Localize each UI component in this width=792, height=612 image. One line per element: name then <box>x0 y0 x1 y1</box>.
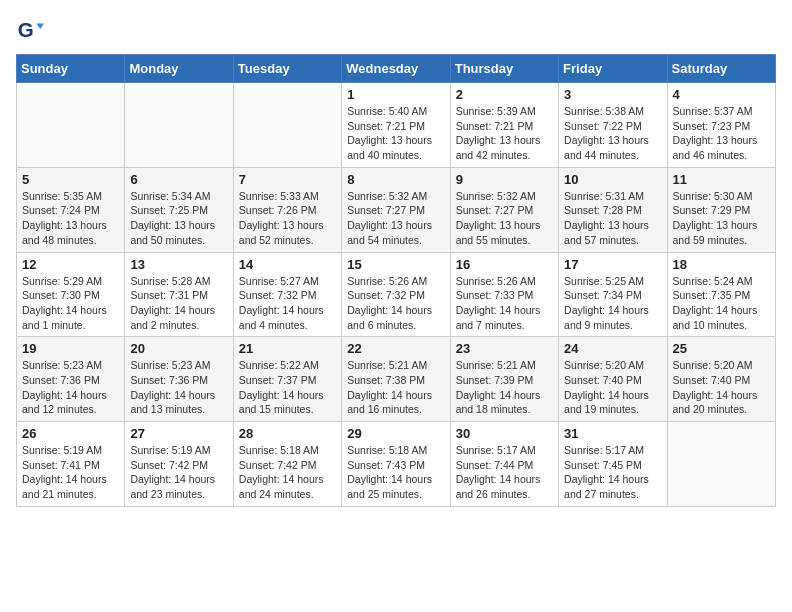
calendar-cell: 25Sunrise: 5:20 AMSunset: 7:40 PMDayligh… <box>667 337 775 422</box>
calendar-cell: 1Sunrise: 5:40 AMSunset: 7:21 PMDaylight… <box>342 83 450 168</box>
calendar-cell: 2Sunrise: 5:39 AMSunset: 7:21 PMDaylight… <box>450 83 558 168</box>
day-number: 23 <box>456 341 553 356</box>
calendar-cell: 21Sunrise: 5:22 AMSunset: 7:37 PMDayligh… <box>233 337 341 422</box>
day-number: 28 <box>239 426 336 441</box>
day-info: Sunrise: 5:21 AMSunset: 7:38 PMDaylight:… <box>347 358 444 417</box>
calendar-cell: 11Sunrise: 5:30 AMSunset: 7:29 PMDayligh… <box>667 167 775 252</box>
day-number: 22 <box>347 341 444 356</box>
calendar-cell: 29Sunrise: 5:18 AMSunset: 7:43 PMDayligh… <box>342 422 450 507</box>
calendar-cell: 15Sunrise: 5:26 AMSunset: 7:32 PMDayligh… <box>342 252 450 337</box>
day-info: Sunrise: 5:33 AMSunset: 7:26 PMDaylight:… <box>239 189 336 248</box>
calendar-cell: 3Sunrise: 5:38 AMSunset: 7:22 PMDaylight… <box>559 83 667 168</box>
calendar-cell: 22Sunrise: 5:21 AMSunset: 7:38 PMDayligh… <box>342 337 450 422</box>
day-info: Sunrise: 5:37 AMSunset: 7:23 PMDaylight:… <box>673 104 770 163</box>
day-info: Sunrise: 5:26 AMSunset: 7:33 PMDaylight:… <box>456 274 553 333</box>
day-info: Sunrise: 5:28 AMSunset: 7:31 PMDaylight:… <box>130 274 227 333</box>
svg-text:G: G <box>18 18 34 41</box>
day-info: Sunrise: 5:18 AMSunset: 7:43 PMDaylight:… <box>347 443 444 502</box>
weekday-header-tuesday: Tuesday <box>233 55 341 83</box>
day-number: 6 <box>130 172 227 187</box>
day-info: Sunrise: 5:29 AMSunset: 7:30 PMDaylight:… <box>22 274 119 333</box>
day-number: 9 <box>456 172 553 187</box>
day-number: 29 <box>347 426 444 441</box>
day-number: 10 <box>564 172 661 187</box>
logo: G <box>16 16 46 44</box>
calendar-cell: 9Sunrise: 5:32 AMSunset: 7:27 PMDaylight… <box>450 167 558 252</box>
calendar-table: SundayMondayTuesdayWednesdayThursdayFrid… <box>16 54 776 507</box>
day-info: Sunrise: 5:20 AMSunset: 7:40 PMDaylight:… <box>564 358 661 417</box>
day-number: 20 <box>130 341 227 356</box>
calendar-cell: 20Sunrise: 5:23 AMSunset: 7:36 PMDayligh… <box>125 337 233 422</box>
day-info: Sunrise: 5:40 AMSunset: 7:21 PMDaylight:… <box>347 104 444 163</box>
day-number: 1 <box>347 87 444 102</box>
day-info: Sunrise: 5:32 AMSunset: 7:27 PMDaylight:… <box>347 189 444 248</box>
day-info: Sunrise: 5:19 AMSunset: 7:41 PMDaylight:… <box>22 443 119 502</box>
day-info: Sunrise: 5:38 AMSunset: 7:22 PMDaylight:… <box>564 104 661 163</box>
calendar-cell: 18Sunrise: 5:24 AMSunset: 7:35 PMDayligh… <box>667 252 775 337</box>
day-info: Sunrise: 5:17 AMSunset: 7:45 PMDaylight:… <box>564 443 661 502</box>
day-info: Sunrise: 5:23 AMSunset: 7:36 PMDaylight:… <box>22 358 119 417</box>
day-info: Sunrise: 5:18 AMSunset: 7:42 PMDaylight:… <box>239 443 336 502</box>
weekday-header-saturday: Saturday <box>667 55 775 83</box>
day-number: 11 <box>673 172 770 187</box>
day-number: 2 <box>456 87 553 102</box>
day-number: 12 <box>22 257 119 272</box>
day-info: Sunrise: 5:27 AMSunset: 7:32 PMDaylight:… <box>239 274 336 333</box>
day-number: 31 <box>564 426 661 441</box>
calendar-cell: 4Sunrise: 5:37 AMSunset: 7:23 PMDaylight… <box>667 83 775 168</box>
weekday-header-friday: Friday <box>559 55 667 83</box>
calendar-week-4: 19Sunrise: 5:23 AMSunset: 7:36 PMDayligh… <box>17 337 776 422</box>
day-info: Sunrise: 5:20 AMSunset: 7:40 PMDaylight:… <box>673 358 770 417</box>
svg-marker-1 <box>37 23 44 29</box>
day-number: 5 <box>22 172 119 187</box>
day-info: Sunrise: 5:22 AMSunset: 7:37 PMDaylight:… <box>239 358 336 417</box>
calendar-week-2: 5Sunrise: 5:35 AMSunset: 7:24 PMDaylight… <box>17 167 776 252</box>
logo-icon: G <box>16 16 44 44</box>
calendar-cell: 30Sunrise: 5:17 AMSunset: 7:44 PMDayligh… <box>450 422 558 507</box>
calendar-cell: 28Sunrise: 5:18 AMSunset: 7:42 PMDayligh… <box>233 422 341 507</box>
day-number: 13 <box>130 257 227 272</box>
day-number: 19 <box>22 341 119 356</box>
calendar-week-1: 1Sunrise: 5:40 AMSunset: 7:21 PMDaylight… <box>17 83 776 168</box>
calendar-cell: 8Sunrise: 5:32 AMSunset: 7:27 PMDaylight… <box>342 167 450 252</box>
calendar-cell: 5Sunrise: 5:35 AMSunset: 7:24 PMDaylight… <box>17 167 125 252</box>
day-number: 15 <box>347 257 444 272</box>
weekday-header-row: SundayMondayTuesdayWednesdayThursdayFrid… <box>17 55 776 83</box>
day-info: Sunrise: 5:31 AMSunset: 7:28 PMDaylight:… <box>564 189 661 248</box>
day-number: 30 <box>456 426 553 441</box>
day-number: 7 <box>239 172 336 187</box>
day-number: 21 <box>239 341 336 356</box>
day-info: Sunrise: 5:19 AMSunset: 7:42 PMDaylight:… <box>130 443 227 502</box>
day-info: Sunrise: 5:32 AMSunset: 7:27 PMDaylight:… <box>456 189 553 248</box>
page-header: G <box>16 16 776 44</box>
day-number: 16 <box>456 257 553 272</box>
day-info: Sunrise: 5:26 AMSunset: 7:32 PMDaylight:… <box>347 274 444 333</box>
calendar-cell <box>17 83 125 168</box>
calendar-cell: 16Sunrise: 5:26 AMSunset: 7:33 PMDayligh… <box>450 252 558 337</box>
weekday-header-thursday: Thursday <box>450 55 558 83</box>
calendar-cell <box>667 422 775 507</box>
day-info: Sunrise: 5:39 AMSunset: 7:21 PMDaylight:… <box>456 104 553 163</box>
calendar-cell: 10Sunrise: 5:31 AMSunset: 7:28 PMDayligh… <box>559 167 667 252</box>
day-number: 18 <box>673 257 770 272</box>
day-number: 4 <box>673 87 770 102</box>
calendar-cell: 19Sunrise: 5:23 AMSunset: 7:36 PMDayligh… <box>17 337 125 422</box>
calendar-cell: 13Sunrise: 5:28 AMSunset: 7:31 PMDayligh… <box>125 252 233 337</box>
calendar-cell: 27Sunrise: 5:19 AMSunset: 7:42 PMDayligh… <box>125 422 233 507</box>
day-number: 3 <box>564 87 661 102</box>
day-info: Sunrise: 5:24 AMSunset: 7:35 PMDaylight:… <box>673 274 770 333</box>
day-number: 27 <box>130 426 227 441</box>
weekday-header-wednesday: Wednesday <box>342 55 450 83</box>
day-number: 24 <box>564 341 661 356</box>
calendar-cell: 17Sunrise: 5:25 AMSunset: 7:34 PMDayligh… <box>559 252 667 337</box>
day-info: Sunrise: 5:25 AMSunset: 7:34 PMDaylight:… <box>564 274 661 333</box>
day-info: Sunrise: 5:34 AMSunset: 7:25 PMDaylight:… <box>130 189 227 248</box>
day-number: 14 <box>239 257 336 272</box>
day-info: Sunrise: 5:23 AMSunset: 7:36 PMDaylight:… <box>130 358 227 417</box>
calendar-cell: 24Sunrise: 5:20 AMSunset: 7:40 PMDayligh… <box>559 337 667 422</box>
weekday-header-monday: Monday <box>125 55 233 83</box>
calendar-cell: 14Sunrise: 5:27 AMSunset: 7:32 PMDayligh… <box>233 252 341 337</box>
calendar-cell: 7Sunrise: 5:33 AMSunset: 7:26 PMDaylight… <box>233 167 341 252</box>
day-info: Sunrise: 5:21 AMSunset: 7:39 PMDaylight:… <box>456 358 553 417</box>
calendar-cell <box>125 83 233 168</box>
